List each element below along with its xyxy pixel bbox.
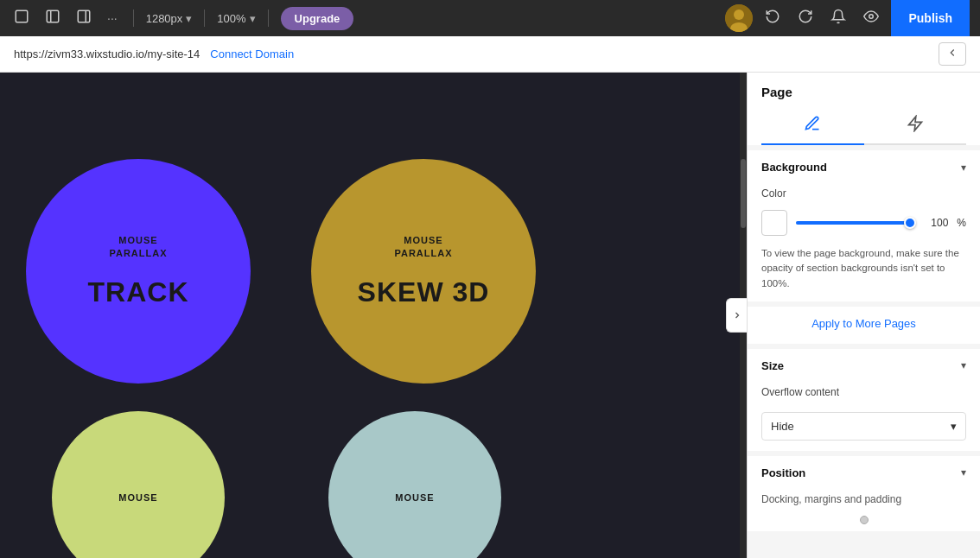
circle-skew3d-title: SKEW 3D [358,276,490,308]
svg-marker-9 [908,117,921,131]
zoom-chevron-icon: ▾ [250,12,256,25]
window-close-icon[interactable] [10,5,33,31]
circle-teal-label: MOUSE [395,491,434,504]
size-chevron-icon: ▾ [961,359,966,371]
panel-tabs [761,108,966,145]
more-options-icon[interactable]: ··· [104,8,121,29]
toolbar-separator-3 [268,10,269,27]
circle-track-label: MOUSEPARALLAX [109,234,167,259]
opacity-slider-container [796,221,915,225]
circle-green: MOUSE [52,411,225,558]
size-section-title: Size [761,359,784,372]
background-section: Background ▾ Color 100 % To view the pag… [748,150,980,301]
overflow-select-value: Hide [771,420,794,433]
publish-button[interactable]: Publish [891,0,970,36]
panel-title: Page [761,85,966,99]
connect-domain-link[interactable]: Connect Domain [210,48,294,60]
tab-lightning[interactable] [864,108,967,145]
circle-green-label: MOUSE [118,491,157,504]
toolbar-separator [133,10,134,27]
lightning-tab-icon [907,115,924,136]
background-chevron-icon: ▾ [961,162,966,174]
redo-button[interactable] [792,5,818,32]
background-section-header[interactable]: Background ▾ [748,150,980,184]
toolbar: ··· 1280px ▾ 100% ▾ Upgrade [0,0,980,36]
design-tab-icon [804,115,821,136]
svg-point-6 [734,10,744,20]
docking-dot[interactable] [860,516,869,524]
panel-header: Page [748,73,980,145]
canvas-scrollbar-thumb[interactable] [741,159,746,228]
size-section: Size ▾ Overflow content Hide ▾ [748,349,980,451]
canvas[interactable]: MOUSEPARALLAX TRACK MOUSEPARALLAX SKEW 3… [0,73,747,558]
resolution-value: 1280px [146,12,183,25]
right-panel: Page [747,73,980,558]
color-label: Color [748,184,980,206]
position-chevron-icon: ▾ [961,466,966,479]
resolution-chevron-icon: ▾ [186,12,192,25]
svg-point-8 [869,14,874,18]
circle-track-title: TRACK [88,276,189,308]
position-section-title: Position [761,466,805,479]
color-swatch[interactable] [761,210,787,236]
docking-control[interactable] [748,512,980,531]
opacity-slider-thumb[interactable] [904,217,916,229]
opacity-slider-track[interactable] [796,221,915,225]
tab-design[interactable] [761,108,864,145]
toolbar-separator-2 [204,10,205,27]
color-row: 100 % [748,206,980,246]
svg-rect-0 [16,10,28,22]
background-info-text: To view the page background, make sure t… [748,246,980,301]
circle-skew3d: MOUSEPARALLAX SKEW 3D [311,159,536,384]
notifications-button[interactable] [825,5,851,32]
zoom-value: 100% [217,12,245,25]
svg-rect-3 [78,10,90,22]
page-url: https://zivm33.wixstudio.io/my-site-14 [14,48,200,60]
panel-toggle-icon[interactable] [41,5,64,31]
toolbar-left: ··· 1280px ▾ 100% ▾ Upgrade [10,5,716,31]
docking-label: Docking, margins and padding [748,490,980,512]
size-section-header[interactable]: Size ▾ [748,349,980,383]
position-section-header[interactable]: Position ▾ [748,456,980,490]
circle-teal: MOUSE [328,411,501,558]
undo-button[interactable] [760,5,786,32]
preview-button[interactable] [858,5,884,32]
url-bar: https://zivm33.wixstudio.io/my-site-14 C… [0,36,980,73]
overflow-select[interactable]: Hide ▾ [761,412,966,441]
overflow-label: Overflow content [748,383,980,405]
collapse-panel-button[interactable] [726,298,747,333]
circle-track: MOUSEPARALLAX TRACK [26,159,251,384]
resolution-selector[interactable]: 1280px ▾ [146,12,193,25]
toolbar-right: Publish [725,0,970,36]
circle-skew3d-label: MOUSEPARALLAX [394,234,452,259]
apply-to-more-pages-button[interactable]: Apply to More Pages [748,307,980,344]
percent-sign: % [957,217,966,229]
main-area: MOUSEPARALLAX TRACK MOUSEPARALLAX SKEW 3… [0,73,980,558]
panel-right-icon[interactable] [73,5,95,31]
position-section: Position ▾ Docking, margins and padding [748,456,980,531]
zoom-selector[interactable]: 100% ▾ [217,12,255,25]
collapse-url-bar-button[interactable] [939,42,966,66]
overflow-select-chevron-icon: ▾ [951,420,957,433]
svg-rect-1 [47,10,59,22]
avatar[interactable] [725,4,753,32]
upgrade-button[interactable]: Upgrade [281,7,354,30]
opacity-value: 100 [924,217,948,229]
background-section-title: Background [761,161,827,174]
opacity-slider-fill [796,221,915,225]
overflow-dropdown-row: Hide ▾ [748,405,980,451]
